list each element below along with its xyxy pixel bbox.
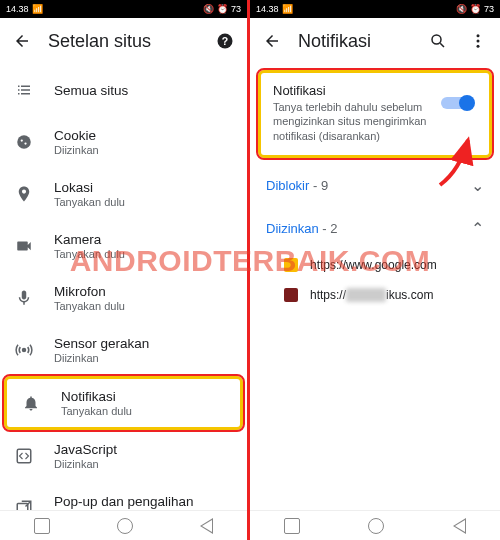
svg-point-5 (23, 349, 26, 352)
svg-point-11 (477, 45, 480, 48)
svg-text:?: ? (222, 35, 228, 47)
back-icon[interactable] (262, 31, 282, 51)
row-cookie[interactable]: CookieDiizinkan (0, 116, 247, 168)
more-icon[interactable] (468, 31, 488, 51)
settings-list: Semua situs CookieDiizinkan LokasiTanyak… (0, 64, 247, 534)
status-time: 14.38 (6, 4, 29, 14)
row-label: Sensor gerakan (54, 336, 235, 351)
section-count: 9 (321, 178, 328, 193)
notification-toggle-card[interactable]: Notifikasi Tanya terlebih dahulu sebelum… (258, 70, 492, 158)
row-motion-sensor[interactable]: Sensor gerakanDiizinkan (0, 324, 247, 376)
bell-icon (21, 394, 41, 412)
page-title: Setelan situs (48, 31, 199, 52)
camera-icon (14, 237, 34, 255)
row-label: Pop-up dan pengalihan (54, 494, 235, 509)
list-icon (14, 81, 34, 99)
android-navbar (0, 510, 247, 540)
page-title: Notifikasi (298, 31, 412, 52)
section-label: Diizinkan (266, 221, 319, 236)
row-sub: Tanyakan dulu (54, 196, 235, 208)
svg-point-4 (24, 142, 26, 144)
svg-point-9 (477, 34, 480, 37)
svg-point-2 (17, 135, 31, 149)
row-sub: Diizinkan (54, 144, 235, 156)
site-row[interactable]: https://xxxxikus.com (250, 280, 500, 310)
nav-recent[interactable] (284, 518, 300, 534)
row-label: Lokasi (54, 180, 235, 195)
row-label: Mikrofon (54, 284, 235, 299)
status-battery: 73 (484, 4, 494, 14)
search-icon[interactable] (428, 31, 448, 51)
favicon (284, 288, 298, 302)
row-camera[interactable]: KameraTanyakan dulu (0, 220, 247, 272)
js-icon (14, 447, 34, 465)
row-sub: Tanyakan dulu (61, 405, 228, 417)
notification-toggle[interactable] (441, 95, 475, 111)
row-microphone[interactable]: MikrofonTanyakan dulu (0, 272, 247, 324)
site-url: https://www.google.com (310, 258, 437, 272)
favicon (284, 258, 298, 272)
row-label: Cookie (54, 128, 235, 143)
row-javascript[interactable]: JavaScriptDiizinkan (0, 430, 247, 482)
section-count: 2 (330, 221, 337, 236)
row-label: Notifikasi (61, 389, 228, 404)
svg-point-10 (477, 40, 480, 43)
statusbar: 14.38📶 🔇⏰73 (250, 0, 500, 18)
nav-back[interactable] (453, 518, 466, 534)
svg-point-3 (21, 139, 23, 141)
mic-icon (14, 289, 34, 307)
sensor-icon (14, 341, 34, 359)
nav-recent[interactable] (34, 518, 50, 534)
site-url: https://xxxxikus.com (310, 288, 433, 302)
status-battery: 73 (231, 4, 241, 14)
cookie-icon (14, 133, 34, 151)
back-icon[interactable] (12, 31, 32, 51)
nav-home[interactable] (368, 518, 384, 534)
card-description: Tanya terlebih dahulu sebelum mengizinka… (273, 100, 433, 143)
row-notifications[interactable]: NotifikasiTanyakan dulu (4, 376, 243, 430)
section-label: Diblokir (266, 178, 309, 193)
row-all-sites[interactable]: Semua situs (0, 64, 247, 116)
screen-site-settings: 14.38📶 🔇⏰73 Setelan situs ? Semua situs … (0, 0, 250, 540)
location-icon (14, 185, 34, 203)
svg-point-8 (432, 35, 441, 44)
appbar-left: Setelan situs ? (0, 18, 247, 64)
row-sub: Diizinkan (54, 458, 235, 470)
android-navbar (250, 510, 500, 540)
section-allowed[interactable]: Diizinkan - 2 ⌃ (250, 207, 500, 250)
row-label: Kamera (54, 232, 235, 247)
row-location[interactable]: LokasiTanyakan dulu (0, 168, 247, 220)
row-label: JavaScript (54, 442, 235, 457)
row-sub: Diizinkan (54, 352, 235, 364)
screen-notifications: 14.38📶 🔇⏰73 Notifikasi Notifikasi Tanya … (250, 0, 500, 540)
row-sub: Tanyakan dulu (54, 248, 235, 260)
nav-back[interactable] (200, 518, 213, 534)
appbar-right: Notifikasi (250, 18, 500, 64)
statusbar: 14.38📶 🔇⏰73 (0, 0, 247, 18)
section-blocked[interactable]: Diblokir - 9 ⌄ (250, 164, 500, 207)
chevron-up-icon: ⌃ (471, 219, 484, 238)
site-row[interactable]: https://www.google.com (250, 250, 500, 280)
nav-home[interactable] (117, 518, 133, 534)
status-time: 14.38 (256, 4, 279, 14)
row-sub: Tanyakan dulu (54, 300, 235, 312)
row-label: Semua situs (54, 83, 235, 98)
chevron-down-icon: ⌄ (471, 176, 484, 195)
help-icon[interactable]: ? (215, 31, 235, 51)
